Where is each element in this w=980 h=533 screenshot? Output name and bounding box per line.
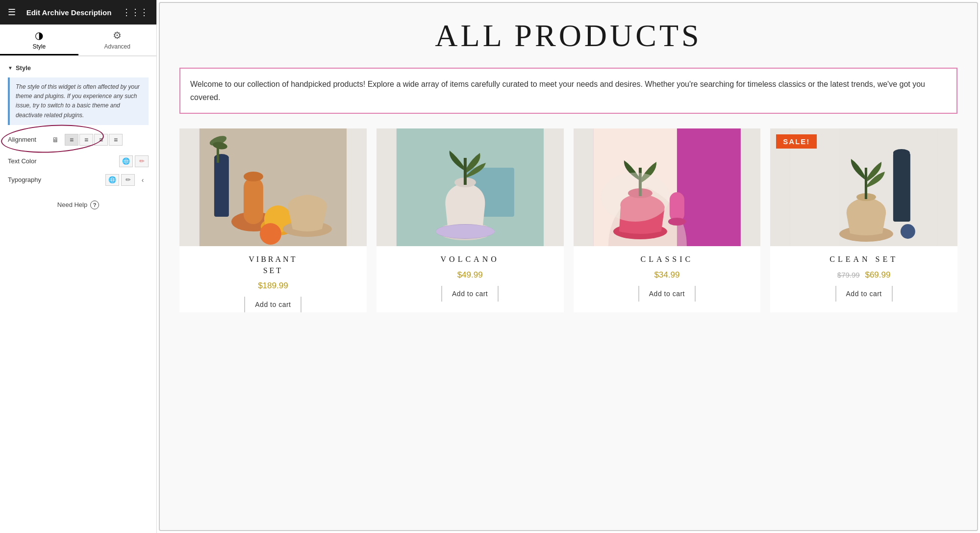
right-content: ALL PRODUCTS Welcome to our collection o…: [159, 2, 978, 531]
product-price-2: $49.99: [457, 270, 483, 280]
product-image-1: [179, 128, 367, 246]
svg-point-20: [436, 225, 495, 238]
product-price-4: $79.99 $69.99: [837, 270, 891, 280]
info-text: The style of this widget is often affect…: [16, 83, 140, 119]
tab-style[interactable]: ◑ Style: [0, 25, 78, 55]
typography-global-button[interactable]: 🌐: [105, 174, 119, 186]
color-controls: 🌐 ✏: [119, 155, 149, 167]
description-text: Welcome to our collection of handpicked …: [190, 80, 925, 102]
advanced-icon: ⚙: [113, 29, 122, 41]
svg-point-40: [901, 224, 915, 239]
section-title-text: Style: [16, 64, 31, 72]
svg-point-36: [893, 149, 910, 157]
svg-rect-21: [464, 158, 467, 185]
color-global-button[interactable]: 🌐: [119, 155, 133, 167]
svg-rect-39: [865, 168, 867, 199]
typography-controls: 🌐 ✏ ‹: [105, 174, 149, 186]
product-price-3: $34.99: [654, 270, 679, 280]
align-justify-button[interactable]: ≡: [109, 134, 123, 146]
svg-point-3: [214, 154, 229, 162]
tabs-row: ◑ Style ⚙ Advanced: [0, 25, 156, 56]
top-bar: ☰ Edit Archive Description ⋮⋮⋮: [0, 0, 156, 25]
product-image-2: [377, 128, 564, 246]
page-title: ALL PRODUCTS: [179, 18, 957, 54]
info-box: The style of this widget is often affect…: [8, 77, 149, 125]
product-card-4: SALE!: [770, 128, 957, 312]
style-icon: ◑: [35, 29, 43, 41]
product-card-2: VOLCANO $49.99 Add to cart: [377, 128, 564, 312]
alignment-label: Alignment: [8, 136, 52, 143]
grid-icon[interactable]: ⋮⋮⋮: [122, 7, 149, 18]
product-name-3: CLASSIC: [640, 254, 693, 265]
product-price-1: $189.99: [258, 281, 288, 291]
align-left-button[interactable]: ≡: [65, 134, 78, 146]
add-to-cart-3[interactable]: Add to cart: [638, 286, 696, 302]
device-icon: 🖥: [52, 136, 59, 144]
svg-rect-35: [893, 153, 910, 222]
svg-point-30: [668, 218, 685, 226]
tab-style-label: Style: [32, 43, 46, 50]
hamburger-icon[interactable]: ☰: [8, 7, 16, 18]
typography-chevron-button[interactable]: ‹: [137, 174, 149, 186]
product-image-4: SALE!: [770, 128, 957, 246]
product-name-2: VOLCANO: [441, 254, 500, 265]
price-value-1: $189.99: [258, 281, 288, 290]
typography-label: Typography: [8, 176, 52, 183]
section-title: ▼ Style: [8, 64, 149, 72]
price-value-2: $49.99: [457, 270, 483, 279]
panel-body: ▼ Style The style of this widget is ofte…: [0, 56, 156, 533]
svg-rect-5: [244, 178, 263, 224]
section-arrow: ▼: [8, 65, 13, 71]
add-to-cart-4[interactable]: Add to cart: [835, 286, 893, 302]
sale-price-4: $69.99: [865, 270, 890, 279]
product-name-1: VIBRANT SET: [249, 254, 297, 276]
original-price-4: $79.99: [837, 271, 860, 279]
align-right-button[interactable]: ≡: [94, 134, 108, 146]
price-value-3: $34.99: [654, 270, 679, 279]
tab-advanced-label: Advanced: [104, 43, 130, 50]
need-help-link[interactable]: Need Help ?: [8, 201, 149, 209]
typography-edit-button[interactable]: ✏: [121, 174, 135, 186]
svg-point-6: [244, 172, 263, 181]
sale-badge: SALE!: [776, 134, 817, 149]
need-help-text: Need Help: [57, 201, 87, 208]
tab-advanced[interactable]: ⚙ Advanced: [78, 25, 157, 55]
color-erase-button[interactable]: ✏: [135, 155, 149, 167]
alignment-control-row: Alignment 🖥 ≡ ≡ ≡ ≡: [8, 134, 149, 146]
svg-point-31: [601, 173, 669, 222]
help-icon: ?: [90, 201, 99, 209]
product-card-3: CLASSIC $34.99 Add to cart: [574, 128, 761, 312]
typography-row: Typography 🌐 ✏ ‹: [8, 174, 149, 186]
text-color-row: Text Color 🌐 ✏: [8, 155, 149, 167]
product-name-4: CLEAN SET: [829, 254, 898, 265]
svg-rect-2: [214, 158, 229, 217]
align-center-button[interactable]: ≡: [79, 134, 93, 146]
products-grid: VIBRANT SET $189.99 Add to cart: [179, 128, 957, 312]
add-to-cart-1[interactable]: Add to cart: [244, 297, 302, 312]
svg-point-10: [260, 223, 281, 245]
add-to-cart-2[interactable]: Add to cart: [441, 286, 499, 302]
svg-rect-29: [669, 192, 684, 222]
description-box: Welcome to our collection of handpicked …: [179, 68, 957, 114]
left-panel: ☰ Edit Archive Description ⋮⋮⋮ ◑ Style ⚙…: [0, 0, 157, 533]
product-image-3: [574, 128, 761, 246]
text-color-label: Text Color: [8, 157, 52, 165]
panel-title: Edit Archive Description: [26, 8, 112, 17]
eraser-icon: ✏: [139, 157, 145, 165]
alignment-buttons: ≡ ≡ ≡ ≡: [65, 134, 123, 146]
product-card-1: VIBRANT SET $189.99 Add to cart: [179, 128, 367, 312]
